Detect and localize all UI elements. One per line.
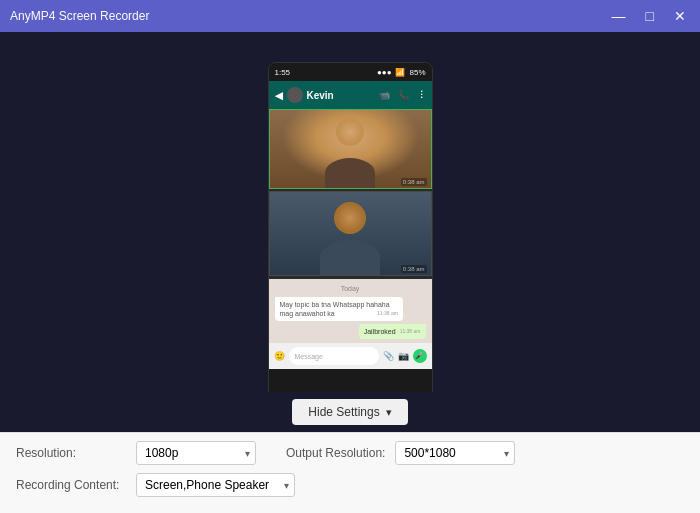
- recording-content-select-wrapper: Screen,Phone Speaker Screen Only Screen,…: [136, 473, 295, 497]
- main-content-area: 1:55 ●●● 📶 85% ◀ Kevin 📹 📞 ⋮ 0:38 am: [0, 32, 700, 432]
- person1-video: [270, 110, 431, 188]
- chat-bubble-incoming: May topic ba tna Whatsapp hahaha mag ana…: [275, 297, 403, 321]
- more-options-icon: ⋮: [417, 90, 426, 100]
- output-resolution-select[interactable]: 500*1080 720*1280 1080*1920: [395, 441, 515, 465]
- contact-name: Kevin: [307, 90, 334, 101]
- hide-settings-bar: Hide Settings ▾: [0, 392, 700, 432]
- video-bottom-person: 0:38 am: [269, 191, 432, 276]
- whatsapp-header: ◀ Kevin 📹 📞 ⋮: [269, 81, 432, 109]
- video-top-label: 0:38 am: [401, 178, 427, 186]
- settings-panel: Resolution: 720p 1080p 1440p 4K Output R…: [0, 432, 700, 513]
- chat-area: Today May topic ba tna Whatsapp hahaha m…: [269, 279, 432, 343]
- battery-percent: 85%: [409, 68, 425, 77]
- hide-settings-label: Hide Settings: [308, 405, 379, 419]
- settings-row-resolution: Resolution: 720p 1080p 1440p 4K Output R…: [16, 441, 684, 465]
- phone-call-icon: 📞: [398, 90, 409, 100]
- today-label: Today: [275, 285, 426, 292]
- video-call-area: 0:38 am 0:38 am: [269, 109, 432, 279]
- close-button[interactable]: ✕: [670, 7, 690, 25]
- app-title: AnyMP4 Screen Recorder: [10, 9, 149, 23]
- bubble-text-1: May topic ba tna Whatsapp hahaha mag ana…: [280, 301, 390, 317]
- output-resolution-label: Output Resolution:: [286, 446, 385, 460]
- video-call-icon: 📹: [379, 90, 390, 100]
- mic-icon: 🎤: [415, 352, 424, 360]
- resolution-label: Resolution:: [16, 446, 126, 460]
- title-bar: AnyMP4 Screen Recorder — □ ✕: [0, 0, 700, 32]
- back-icon: ◀: [275, 90, 283, 101]
- message-input-field: Message: [289, 347, 379, 365]
- settings-row-content: Recording Content: Screen,Phone Speaker …: [16, 473, 684, 497]
- chevron-down-icon: ▾: [386, 406, 392, 419]
- bubble-time-2: 11:38 am: [400, 328, 421, 335]
- attachment-icon: 📎: [383, 351, 394, 361]
- phone-signal-battery: ●●● 📶 85%: [377, 68, 426, 77]
- phone-status-bar: 1:55 ●●● 📶 85%: [269, 63, 432, 81]
- bubble-text-2: Jailbroked: [364, 328, 396, 335]
- chat-bubble-outgoing: Jailbroked 11:38 am: [359, 324, 426, 339]
- resolution-select[interactable]: 720p 1080p 1440p 4K: [136, 441, 256, 465]
- person1-background: [270, 110, 431, 188]
- video-bottom-label: 0:38 am: [401, 265, 427, 273]
- output-resolution-select-wrapper: 500*1080 720*1280 1080*1920: [395, 441, 515, 465]
- recording-content-label: Recording Content:: [16, 478, 126, 492]
- message-placeholder: Message: [295, 353, 323, 360]
- title-bar-left: AnyMP4 Screen Recorder: [10, 9, 149, 23]
- contact-avatar: [287, 87, 303, 103]
- video-top-person: 0:38 am: [269, 109, 432, 189]
- battery-icon: 📶: [395, 68, 405, 77]
- emoji-icon: 🙂: [274, 351, 285, 361]
- person2-video: [270, 192, 431, 275]
- minimize-button[interactable]: —: [608, 7, 630, 25]
- title-bar-controls: — □ ✕: [608, 7, 690, 25]
- camera-icon: 📷: [398, 351, 409, 361]
- recording-content-select[interactable]: Screen,Phone Speaker Screen Only Screen,…: [136, 473, 295, 497]
- hide-settings-button[interactable]: Hide Settings ▾: [292, 399, 407, 425]
- phone-screen: 1:55 ●●● 📶 85% ◀ Kevin 📹 📞 ⋮ 0:38 am: [268, 62, 433, 402]
- resolution-select-wrapper: 720p 1080p 1440p 4K: [136, 441, 256, 465]
- signal-icon: ●●●: [377, 68, 392, 77]
- bubble-time-1: 11:38 am: [377, 310, 398, 317]
- phone-time: 1:55: [275, 68, 291, 77]
- person2-background: [270, 192, 431, 275]
- maximize-button[interactable]: □: [642, 7, 658, 25]
- message-input-bar: 🙂 Message 📎 📷 🎤: [269, 343, 432, 369]
- send-icon: 🎤: [413, 349, 427, 363]
